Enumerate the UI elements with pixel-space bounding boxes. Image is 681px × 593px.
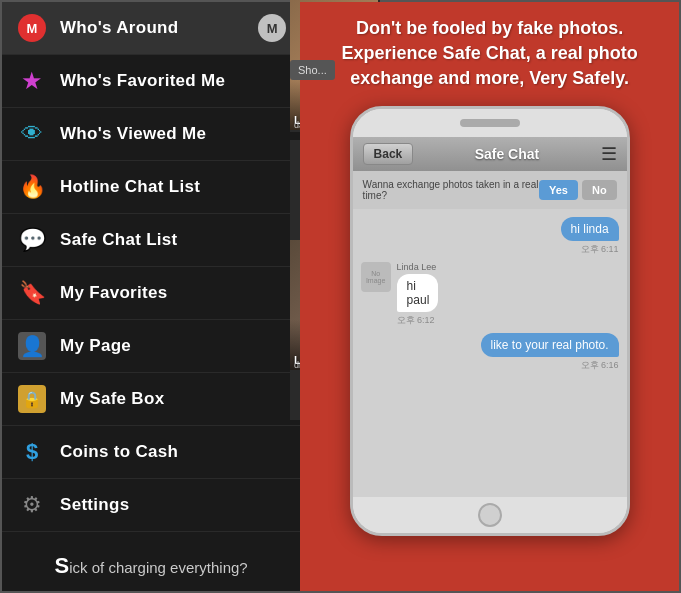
message-left-content: Linda Lee hi paul 오후 6:12 bbox=[397, 262, 452, 327]
menu-item-safe-chat[interactable]: 💬 Safe Chat List bbox=[2, 214, 300, 267]
promo-line1: Sick of charging everything? bbox=[12, 548, 290, 583]
coins-icon: $ bbox=[16, 436, 48, 468]
banner-text: Wanna exchange photos taken in a real ti… bbox=[363, 179, 539, 201]
menu-item-coins-to-cash[interactable]: $ Coins to Cash bbox=[2, 426, 300, 479]
chat-title: Safe Chat bbox=[475, 146, 540, 162]
right-panel: Don't be fooled by fake photos. Experien… bbox=[300, 2, 679, 593]
promo-line2: Check Out bbox=[12, 583, 290, 593]
back-button[interactable]: Back bbox=[363, 143, 414, 165]
message-1: hi linda 오후 6:11 bbox=[361, 217, 619, 256]
menu-item-whos-around[interactable]: M Who's Around M bbox=[2, 2, 300, 55]
settings-icon: ⚙ bbox=[16, 489, 48, 521]
menu-item-settings[interactable]: ⚙ Settings bbox=[2, 479, 300, 532]
bottom-promo: Sick of charging everything? Check Out A… bbox=[2, 532, 300, 593]
phone-mockup: Back Safe Chat ☰ Wanna exchange photos t… bbox=[350, 106, 630, 536]
favorited-icon: ★ bbox=[16, 65, 48, 97]
chat-messages: hi linda 오후 6:11 NoImage Linda Lee hi pa… bbox=[353, 209, 627, 497]
show-more-button[interactable]: Sho... bbox=[290, 60, 335, 80]
sender-name: Linda Lee bbox=[397, 262, 452, 272]
safe-chat-label: Safe Chat List bbox=[60, 230, 178, 250]
my-page-label: My Page bbox=[60, 336, 131, 356]
chat-list-icon[interactable]: ☰ bbox=[601, 143, 617, 165]
my-favorites-label: My Favorites bbox=[60, 283, 168, 303]
safe-box-bg: 🔒 bbox=[18, 385, 46, 413]
person-icon: 👤 bbox=[18, 332, 46, 360]
my-page-icon: 👤 bbox=[16, 330, 48, 362]
message-bubble-1: hi linda bbox=[561, 217, 619, 241]
chat-header: Back Safe Chat ☰ bbox=[353, 137, 627, 171]
no-button[interactable]: No bbox=[582, 180, 617, 200]
menu-item-hotline-chat[interactable]: 🔥 Hotline Chat List bbox=[2, 161, 300, 214]
gear-icon: ⚙ bbox=[22, 492, 42, 518]
message-bubble-2: hi paul bbox=[397, 274, 439, 312]
hotline-icon: 🔥 bbox=[16, 171, 48, 203]
phone-top-bar bbox=[353, 109, 627, 137]
red-m-icon: M bbox=[18, 14, 46, 42]
coins-to-cash-label: Coins to Cash bbox=[60, 442, 178, 462]
message-bubble-3: like to your real photo. bbox=[481, 333, 619, 357]
home-button[interactable] bbox=[478, 503, 502, 527]
menu-item-my-page[interactable]: 👤 My Page bbox=[2, 320, 300, 373]
eye-icon: 👁 bbox=[21, 121, 43, 147]
safe-chat-icon: 💬 bbox=[16, 224, 48, 256]
safe-box-icon: 🔒 bbox=[16, 383, 48, 415]
hotline-chat-label: Hotline Chat List bbox=[60, 177, 200, 197]
yes-button[interactable]: Yes bbox=[539, 180, 578, 200]
viewed-icon: 👁 bbox=[16, 118, 48, 150]
whos-viewed-label: Who's Viewed Me bbox=[60, 124, 206, 144]
chat-icon: 💬 bbox=[19, 227, 46, 253]
lock-icon: 🔒 bbox=[22, 390, 42, 409]
menu-item-my-safe-box[interactable]: 🔒 My Safe Box bbox=[2, 373, 300, 426]
promo-headline: Don't be fooled by fake photos. Experien… bbox=[322, 2, 658, 102]
whos-around-icon: M bbox=[16, 12, 48, 44]
whos-around-label: Who's Around bbox=[60, 18, 178, 38]
whos-favorited-label: Who's Favorited Me bbox=[60, 71, 225, 91]
dollar-icon: $ bbox=[26, 439, 38, 465]
fire-icon: 🔥 bbox=[19, 174, 46, 200]
phone-screen: Back Safe Chat ☰ Wanna exchange photos t… bbox=[353, 137, 627, 497]
phone-speaker bbox=[460, 119, 520, 127]
show-more-area: Sho... bbox=[290, 60, 378, 80]
avatar-linda: NoImage bbox=[361, 262, 391, 292]
menu-list: M Who's Around M ★ Who's Favorited Me 👁 … bbox=[2, 2, 300, 532]
my-safe-box-label: My Safe Box bbox=[60, 389, 164, 409]
left-panel: M Who's Around M ★ Who's Favorited Me 👁 … bbox=[2, 2, 300, 593]
menu-item-my-favorites[interactable]: 🔖 My Favorites bbox=[2, 267, 300, 320]
bookmark-icon: 🔖 bbox=[19, 280, 46, 306]
message-3: like to your real photo. 오후 6:16 bbox=[361, 333, 619, 372]
menu-item-whos-viewed[interactable]: 👁 Who's Viewed Me bbox=[2, 108, 300, 161]
message-2: NoImage Linda Lee hi paul 오후 6:12 bbox=[361, 262, 619, 327]
settings-label: Settings bbox=[60, 495, 129, 515]
exchange-banner: Wanna exchange photos taken in a real ti… bbox=[353, 171, 627, 209]
phone-bottom-bar bbox=[353, 497, 627, 533]
m-avatar: M bbox=[258, 14, 286, 42]
banner-buttons: Yes No bbox=[539, 180, 617, 200]
message-time-3: 오후 6:16 bbox=[581, 359, 619, 372]
star-icon: ★ bbox=[21, 67, 43, 95]
menu-item-whos-favorited[interactable]: ★ Who's Favorited Me bbox=[2, 55, 300, 108]
favorites-icon: 🔖 bbox=[16, 277, 48, 309]
message-time-1: 오후 6:11 bbox=[581, 243, 619, 256]
message-time-2: 오후 6:12 bbox=[397, 314, 452, 327]
